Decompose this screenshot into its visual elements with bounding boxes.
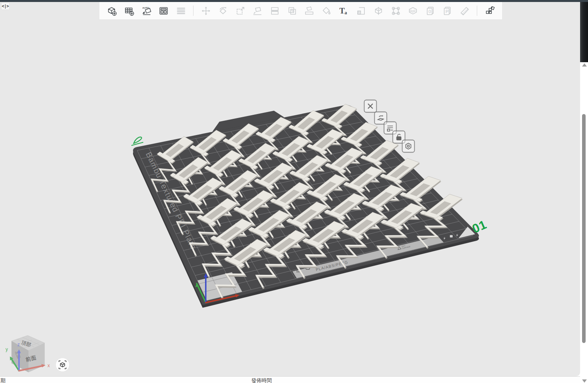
toolbar-add-object-icon[interactable]: [104, 3, 120, 19]
toolbar-variable-layer-height-icon[interactable]: [405, 3, 421, 19]
toolbar-split-horizontal-icon[interactable]: [267, 3, 283, 19]
toolbar-measure-icon[interactable]: [457, 3, 473, 19]
svg-text:0: 0: [429, 9, 431, 13]
toolbar-cut-icon[interactable]: [371, 3, 387, 19]
toolbar-doc-p-icon[interactable]: P: [440, 3, 455, 19]
footer-publish-time-label: 發佈時間: [251, 377, 272, 383]
toolbar-merge-icon[interactable]: [284, 3, 300, 19]
nav-cube-z-label: z: [17, 342, 20, 347]
scrollbar-down-arrow[interactable]: [582, 379, 587, 383]
toolbar-lay-on-face-icon[interactable]: [250, 3, 266, 19]
right-dark-panel: [580, 0, 588, 62]
toolbar-add-plate-icon[interactable]: [121, 3, 137, 19]
toolbar-negative-part-icon[interactable]: [353, 3, 369, 19]
svg-text:P: P: [446, 9, 449, 13]
bottom-table-header: 期 發佈時間: [0, 376, 580, 383]
nav-cube-x-label: x: [47, 363, 50, 368]
footer-left-label: 期: [0, 377, 6, 383]
toolbar-seam-paint-icon[interactable]: [388, 3, 404, 19]
toolbar-move-icon[interactable]: [198, 3, 214, 19]
toolbar-arrange-icon[interactable]: [156, 3, 172, 19]
toolbar-rotate-icon[interactable]: [215, 3, 231, 19]
svg-text:a: a: [344, 10, 347, 15]
toolbar-assembly-icon[interactable]: [482, 3, 497, 19]
toolbar-separator: [193, 6, 193, 16]
toolbar-color-paint-icon[interactable]: [319, 3, 335, 19]
scrollbar-thumb[interactable]: [582, 114, 586, 343]
toolbar-separator: [477, 6, 477, 16]
toolbar-doc-zero-icon[interactable]: 0: [423, 3, 438, 19]
svg-text:T: T: [339, 6, 345, 15]
toolbar-lay-flat-icon[interactable]: [302, 3, 317, 19]
fit-view-button[interactable]: [56, 358, 70, 372]
scrollbar-up-arrow[interactable]: [582, 63, 587, 67]
toolbar-split-to-objects-icon[interactable]: [173, 3, 189, 19]
delete-plate-button[interactable]: [364, 100, 377, 112]
main-toolbar: AUTOTa0P: [99, 2, 503, 20]
toolbar-auto-orient-icon[interactable]: AUTO: [138, 3, 154, 19]
plate-settings-button[interactable]: [402, 140, 415, 152]
toolbar-add-text-icon[interactable]: Ta: [336, 3, 352, 19]
collapse-panel-button[interactable]: <|>: [1, 2, 9, 10]
nav-cube-y-label: y: [6, 347, 8, 352]
toolbar-scale-icon[interactable]: [232, 3, 248, 19]
